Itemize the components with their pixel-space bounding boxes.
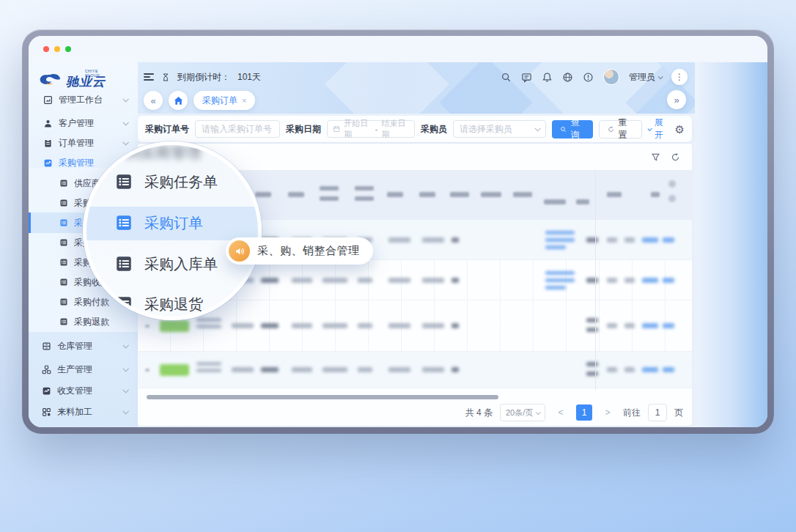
order-icon <box>43 138 53 148</box>
horizontal-scrollbar[interactable] <box>147 395 498 399</box>
tab-bar: « 采购订单 × <box>144 90 255 111</box>
current-page-button[interactable]: 1 <box>576 404 592 421</box>
chevron-down-icon <box>122 366 128 372</box>
speaker-badge <box>229 240 250 262</box>
blurred-cell <box>481 192 501 197</box>
blurred-cell <box>196 362 221 366</box>
double-chevron-left-icon: « <box>150 95 155 106</box>
sidebar-item-production[interactable]: 生产管理 <box>29 359 138 380</box>
doc-list-icon <box>59 298 68 306</box>
blurred-cell <box>261 323 279 328</box>
blurred-cell <box>642 323 658 328</box>
notification-bell-icon[interactable] <box>542 72 553 83</box>
blurred-cell <box>292 323 312 328</box>
buyer-select[interactable]: 请选择采购员 <box>453 120 546 138</box>
blurred-cell <box>422 323 444 328</box>
expand-label: 展开 <box>655 117 669 141</box>
goto-page-input[interactable] <box>648 404 667 421</box>
next-page-button[interactable]: > <box>600 404 616 421</box>
blurred-cell <box>663 278 674 283</box>
sidebar-item-warehouse[interactable]: 仓库管理 <box>29 336 138 356</box>
countdown-label: 到期倒计时： <box>177 71 230 84</box>
material-icon <box>42 407 51 417</box>
order-no-label: 采购订单号 <box>145 123 189 136</box>
blurred-cell <box>663 323 674 328</box>
blurred-cell <box>624 237 635 243</box>
buyer-label: 采购员 <box>421 123 447 136</box>
user-menu[interactable]: 管理员 <box>629 71 662 84</box>
blurred-cell <box>544 199 566 204</box>
search-button[interactable]: 查询 <box>552 120 593 138</box>
blurred-cell <box>586 278 598 283</box>
table-row[interactable] <box>138 300 692 352</box>
blurred-cell <box>388 237 410 243</box>
expand-filters-link[interactable]: 展开 <box>648 117 669 141</box>
chevron-down-icon <box>122 387 128 393</box>
close-tab-icon[interactable]: × <box>242 96 246 105</box>
language-globe-icon[interactable] <box>562 72 573 83</box>
reset-button[interactable]: 重置 <box>599 120 641 138</box>
blurred-cell <box>586 318 598 322</box>
blurred-cell <box>261 367 279 372</box>
table-row[interactable] <box>138 352 692 388</box>
blurred-cell <box>358 278 372 283</box>
message-icon[interactable] <box>521 72 532 83</box>
page-background: CHIYE CLOUD 驰业云 管理工作台 客户管理 订单管理 <box>0 0 796 532</box>
magnified-item-purchase-task[interactable]: 采购任务单 <box>86 167 258 196</box>
order-no-input[interactable] <box>195 120 280 138</box>
sidebar-item-orders[interactable]: 订单管理 <box>29 133 138 153</box>
close-window-button[interactable] <box>43 46 49 52</box>
blurred-cell <box>355 196 374 201</box>
blurred-cell <box>388 367 410 372</box>
blurred-cell <box>624 323 635 328</box>
vertical-dots-icon: ⋮ <box>675 72 684 82</box>
scroll-tabs-right-button[interactable]: » <box>667 90 686 109</box>
date-start-placeholder: 开始日期 <box>344 118 372 140</box>
blurred-cell <box>642 278 658 283</box>
sidebar-item-customers[interactable]: 客户管理 <box>29 113 138 133</box>
refresh-icon[interactable] <box>671 152 680 162</box>
sidebar-subitem-label: 采购退款 <box>74 316 109 328</box>
magnified-item-label: 采购订单 <box>144 213 203 233</box>
collapse-sidebar-icon[interactable] <box>144 73 154 81</box>
blurred-cell <box>663 237 674 243</box>
production-icon <box>42 365 51 374</box>
blurred-cell <box>358 367 372 372</box>
scroll-tabs-left-button[interactable]: « <box>144 91 163 110</box>
doc-list-icon <box>59 278 68 287</box>
page-size-select[interactable]: 20条/页 <box>500 404 545 421</box>
sidebar-item-material-processing[interactable]: 来料加工 <box>29 402 138 422</box>
blurred-cell <box>196 318 221 322</box>
filter-funnel-icon[interactable] <box>651 152 660 162</box>
blurred-cell <box>663 367 674 372</box>
filter-settings-gear-icon[interactable]: ⚙ <box>675 124 685 135</box>
prev-page-button[interactable]: < <box>553 404 569 421</box>
sidebar-item-label: 订单管理 <box>59 137 94 149</box>
more-options-button[interactable]: ⋮ <box>671 69 688 85</box>
fixed-column-divider <box>595 170 596 390</box>
user-name: 管理员 <box>629 71 655 84</box>
sidebar-item-finance[interactable]: 收支管理 <box>29 380 138 401</box>
maximize-window-button[interactable] <box>65 46 71 52</box>
user-avatar[interactable] <box>603 69 619 85</box>
search-icon[interactable] <box>501 72 512 83</box>
magnified-item-purchase-order[interactable]: 采购订单 <box>86 208 258 237</box>
info-icon[interactable] <box>583 72 594 83</box>
dashboard-icon <box>43 95 53 105</box>
sidebar-item-dashboard[interactable]: 管理工作台 <box>29 89 138 110</box>
topbar-icons: 管理员 ⋮ <box>501 69 688 85</box>
sidebar-subitem-purchase-refund[interactable]: 采购退款 <box>29 311 138 332</box>
reset-button-label: 重置 <box>619 117 633 141</box>
blurred-cell <box>452 323 459 328</box>
date-range-picker[interactable]: 开始日期 - 结束日期 <box>327 120 415 138</box>
blurred-cell <box>355 186 374 191</box>
home-icon <box>173 95 184 106</box>
blurred-cell <box>607 367 617 372</box>
blurred-cell <box>358 323 372 328</box>
blurred-cell <box>586 362 598 366</box>
blurred-cell <box>196 325 221 328</box>
date-end-placeholder: 结束日期 <box>382 118 410 140</box>
home-tab-button[interactable] <box>169 91 188 110</box>
tab-purchase-order[interactable]: 采购订单 × <box>194 91 255 110</box>
minimize-window-button[interactable] <box>54 46 60 52</box>
